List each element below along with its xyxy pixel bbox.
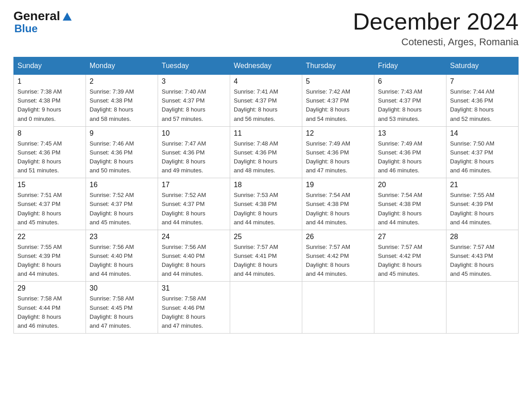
weekday-header-sunday: Sunday (14, 57, 86, 75)
weekday-header-wednesday: Wednesday (230, 57, 302, 75)
calendar-day-29: 29Sunrise: 7:58 AMSunset: 4:44 PMDayligh… (14, 282, 86, 334)
empty-cell (302, 282, 374, 334)
day-info: Sunrise: 7:45 AMSunset: 4:36 PMDaylight:… (17, 139, 82, 176)
day-info: Sunrise: 7:53 AMSunset: 4:38 PMDaylight:… (234, 191, 298, 227)
calendar-day-3: 3Sunrise: 7:40 AMSunset: 4:37 PMDaylight… (158, 75, 230, 127)
calendar-week-5: 29Sunrise: 7:58 AMSunset: 4:44 PMDayligh… (14, 282, 519, 334)
day-info: Sunrise: 7:57 AMSunset: 4:42 PMDaylight:… (306, 243, 370, 279)
day-number: 9 (90, 129, 154, 137)
day-number: 7 (450, 77, 515, 86)
day-info: Sunrise: 7:58 AMSunset: 4:46 PMDaylight:… (162, 294, 226, 330)
day-number: 31 (162, 284, 226, 292)
day-number: 20 (378, 181, 442, 189)
day-info: Sunrise: 7:56 AMSunset: 4:40 PMDaylight:… (90, 243, 154, 279)
weekday-header-tuesday: Tuesday (158, 57, 230, 75)
title-block: December 2024 Cotenesti, Arges, Romania (353, 9, 519, 48)
day-number: 4 (234, 77, 298, 86)
calendar-day-8: 8Sunrise: 7:45 AMSunset: 4:36 PMDaylight… (14, 126, 86, 178)
svg-marker-0 (63, 13, 72, 21)
day-info: Sunrise: 7:54 AMSunset: 4:38 PMDaylight:… (306, 191, 370, 227)
calendar-day-26: 26Sunrise: 7:57 AMSunset: 4:42 PMDayligh… (302, 230, 374, 282)
day-number: 29 (17, 284, 82, 292)
day-info: Sunrise: 7:38 AMSunset: 4:38 PMDaylight:… (17, 87, 82, 124)
day-number: 3 (162, 77, 226, 86)
day-number: 19 (306, 181, 370, 189)
calendar-week-2: 8Sunrise: 7:45 AMSunset: 4:36 PMDaylight… (14, 126, 519, 178)
day-number: 12 (306, 129, 370, 137)
weekday-header-saturday: Saturday (446, 57, 519, 75)
day-info: Sunrise: 7:42 AMSunset: 4:37 PMDaylight:… (306, 87, 370, 124)
weekday-header-thursday: Thursday (302, 57, 374, 75)
calendar-day-14: 14Sunrise: 7:50 AMSunset: 4:37 PMDayligh… (446, 126, 519, 178)
day-number: 8 (17, 129, 82, 137)
weekday-header-monday: Monday (86, 57, 158, 75)
day-info: Sunrise: 7:44 AMSunset: 4:36 PMDaylight:… (450, 87, 515, 124)
empty-cell (374, 282, 446, 334)
day-info: Sunrise: 7:58 AMSunset: 4:44 PMDaylight:… (17, 294, 82, 330)
day-number: 14 (450, 129, 515, 137)
day-number: 1 (17, 77, 82, 86)
day-number: 24 (162, 233, 226, 241)
calendar-day-12: 12Sunrise: 7:49 AMSunset: 4:36 PMDayligh… (302, 126, 374, 178)
day-number: 15 (17, 181, 82, 189)
day-info: Sunrise: 7:48 AMSunset: 4:36 PMDaylight:… (234, 139, 298, 176)
day-info: Sunrise: 7:41 AMSunset: 4:37 PMDaylight:… (234, 87, 298, 124)
calendar-day-15: 15Sunrise: 7:51 AMSunset: 4:37 PMDayligh… (14, 178, 86, 230)
calendar-day-11: 11Sunrise: 7:48 AMSunset: 4:36 PMDayligh… (230, 126, 302, 178)
day-number: 22 (17, 233, 82, 241)
day-number: 5 (306, 77, 370, 86)
day-info: Sunrise: 7:57 AMSunset: 4:42 PMDaylight:… (378, 243, 442, 279)
empty-cell (446, 282, 519, 334)
calendar-day-16: 16Sunrise: 7:52 AMSunset: 4:37 PMDayligh… (86, 178, 158, 230)
calendar-day-24: 24Sunrise: 7:56 AMSunset: 4:40 PMDayligh… (158, 230, 230, 282)
calendar-day-30: 30Sunrise: 7:58 AMSunset: 4:45 PMDayligh… (86, 282, 158, 334)
logo-blue-text: Blue (14, 22, 38, 35)
calendar-day-6: 6Sunrise: 7:43 AMSunset: 4:37 PMDaylight… (374, 75, 446, 127)
day-info: Sunrise: 7:40 AMSunset: 4:37 PMDaylight:… (162, 87, 226, 124)
day-info: Sunrise: 7:55 AMSunset: 4:39 PMDaylight:… (17, 243, 82, 279)
day-info: Sunrise: 7:52 AMSunset: 4:37 PMDaylight:… (90, 191, 154, 227)
calendar-week-4: 22Sunrise: 7:55 AMSunset: 4:39 PMDayligh… (14, 230, 519, 282)
day-info: Sunrise: 7:57 AMSunset: 4:41 PMDaylight:… (234, 243, 298, 279)
day-number: 16 (90, 181, 154, 189)
weekday-header-friday: Friday (374, 57, 446, 75)
calendar-header-row: SundayMondayTuesdayWednesdayThursdayFrid… (14, 57, 519, 75)
day-info: Sunrise: 7:49 AMSunset: 4:36 PMDaylight:… (306, 139, 370, 176)
calendar-day-21: 21Sunrise: 7:55 AMSunset: 4:39 PMDayligh… (446, 178, 519, 230)
empty-cell (230, 282, 302, 334)
calendar-day-23: 23Sunrise: 7:56 AMSunset: 4:40 PMDayligh… (86, 230, 158, 282)
calendar-day-20: 20Sunrise: 7:54 AMSunset: 4:38 PMDayligh… (374, 178, 446, 230)
day-info: Sunrise: 7:55 AMSunset: 4:39 PMDaylight:… (450, 191, 515, 227)
day-number: 6 (378, 77, 442, 86)
day-info: Sunrise: 7:57 AMSunset: 4:43 PMDaylight:… (450, 243, 515, 279)
day-info: Sunrise: 7:47 AMSunset: 4:36 PMDaylight:… (162, 139, 226, 176)
day-number: 18 (234, 181, 298, 189)
day-info: Sunrise: 7:46 AMSunset: 4:36 PMDaylight:… (90, 139, 154, 176)
day-info: Sunrise: 7:50 AMSunset: 4:37 PMDaylight:… (450, 139, 515, 176)
day-info: Sunrise: 7:58 AMSunset: 4:45 PMDaylight:… (90, 294, 154, 330)
calendar-day-9: 9Sunrise: 7:46 AMSunset: 4:36 PMDaylight… (86, 126, 158, 178)
calendar-day-22: 22Sunrise: 7:55 AMSunset: 4:39 PMDayligh… (14, 230, 86, 282)
day-number: 28 (450, 233, 515, 241)
day-number: 2 (90, 77, 154, 86)
calendar-day-13: 13Sunrise: 7:49 AMSunset: 4:36 PMDayligh… (374, 126, 446, 178)
day-number: 10 (162, 129, 226, 137)
calendar-day-5: 5Sunrise: 7:42 AMSunset: 4:37 PMDaylight… (302, 75, 374, 127)
calendar-day-18: 18Sunrise: 7:53 AMSunset: 4:38 PMDayligh… (230, 178, 302, 230)
day-info: Sunrise: 7:51 AMSunset: 4:37 PMDaylight:… (17, 191, 82, 227)
calendar-day-19: 19Sunrise: 7:54 AMSunset: 4:38 PMDayligh… (302, 178, 374, 230)
calendar-day-1: 1Sunrise: 7:38 AMSunset: 4:38 PMDaylight… (14, 75, 86, 127)
day-number: 23 (90, 233, 154, 241)
day-info: Sunrise: 7:49 AMSunset: 4:36 PMDaylight:… (378, 139, 442, 176)
day-number: 21 (450, 181, 515, 189)
day-info: Sunrise: 7:56 AMSunset: 4:40 PMDaylight:… (162, 243, 226, 279)
location-text: Cotenesti, Arges, Romania (353, 36, 519, 48)
page-header: General Blue December 2024 Cotenesti, Ar… (13, 9, 519, 48)
day-number: 13 (378, 129, 442, 137)
logo-triangle-icon (61, 11, 73, 21)
day-info: Sunrise: 7:39 AMSunset: 4:38 PMDaylight:… (90, 87, 154, 124)
logo-general-text: General (13, 9, 60, 23)
day-number: 30 (90, 284, 154, 292)
calendar-day-25: 25Sunrise: 7:57 AMSunset: 4:41 PMDayligh… (230, 230, 302, 282)
month-title: December 2024 (353, 9, 519, 34)
